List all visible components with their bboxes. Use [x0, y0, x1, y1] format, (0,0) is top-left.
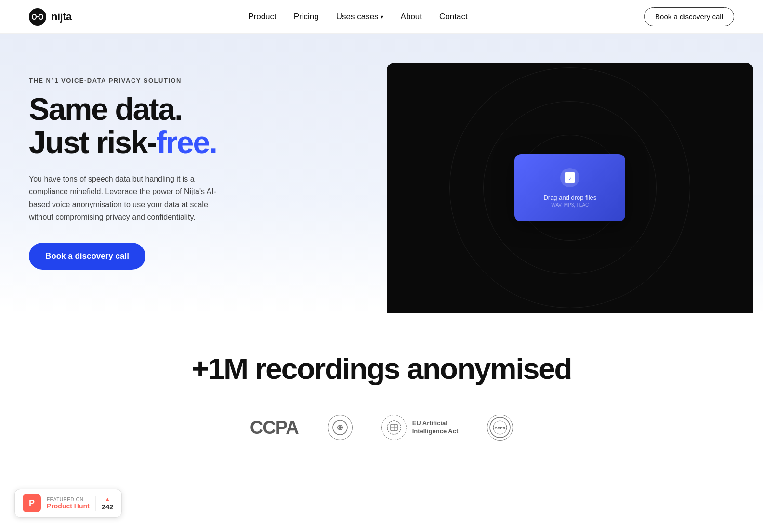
logo-link[interactable]: nijta [29, 8, 72, 26]
hero-headline: Same data. Just risk-free. [29, 93, 368, 159]
eu-ai-svg [387, 420, 401, 435]
nijta-logo-icon [29, 8, 46, 26]
nav-pricing[interactable]: Pricing [294, 12, 319, 21]
hero-headline-line1: Same data. [29, 92, 182, 127]
nav-links: Product Pricing Uses cases ▾ About Conta… [248, 12, 467, 22]
nav-use-cases[interactable]: Uses cases ▾ [336, 12, 383, 22]
eu-ai-text: EU Artificial Intelligence Act [412, 419, 459, 436]
svg-text:GDPR: GDPR [495, 426, 506, 430]
gdpr-badge: GDPR [487, 415, 513, 441]
hero-left: THE N°1 VOICE-DATA PRIVACY SOLUTION Same… [29, 63, 368, 313]
ccpa-text: CCPA [250, 417, 299, 438]
use-cases-chevron-icon: ▾ [381, 13, 383, 20]
nav-about[interactable]: About [401, 12, 422, 21]
hero-headline-highlight: free. [157, 125, 217, 160]
hipaa-icon [328, 415, 353, 440]
hero-cta-button[interactable]: Book a discovery call [29, 243, 145, 270]
eu-ai-logo: EU Artificial Intelligence Act [382, 415, 459, 440]
logo-text: nijta [51, 11, 72, 23]
gdpr-svg: GDPR [489, 417, 511, 438]
eu-ai-line2: Intelligence Act [412, 428, 459, 436]
svg-point-5 [339, 426, 342, 429]
nav-contact[interactable]: Contact [439, 12, 468, 21]
eu-ai-line1: EU Artificial [412, 419, 459, 428]
navbar: nijta Product Pricing Uses cases ▾ About… [0, 0, 763, 34]
ccpa-logo: CCPA [250, 417, 299, 438]
compliance-logos: CCPA EU Arti [29, 415, 734, 441]
gdpr-logo: GDPR [487, 415, 513, 441]
hipaa-logo [328, 415, 353, 440]
stats-headline: +1M recordings anonymised [29, 351, 734, 386]
hero-body: You have tons of speech data but handlin… [29, 173, 222, 224]
upload-card[interactable]: ♪ Drag and drop files WAV, MP3, FLAC [514, 154, 625, 221]
upload-label: Drag and drop files [543, 194, 596, 201]
nav-cta-button[interactable]: Book a discovery call [644, 7, 734, 26]
hero-eyebrow: THE N°1 VOICE-DATA PRIVACY SOLUTION [29, 77, 368, 84]
upload-formats: WAV, MP3, FLAC [543, 202, 596, 208]
eu-ai-icon [382, 415, 407, 440]
upload-icon-circle: ♪ [560, 168, 579, 187]
file-icon: ♪ [565, 172, 575, 183]
hero-demo-panel: ♪ Drag and drop files WAV, MP3, FLAC [387, 63, 753, 313]
hipaa-svg [332, 420, 348, 435]
nav-product[interactable]: Product [248, 12, 276, 21]
hero-section: THE N°1 VOICE-DATA PRIVACY SOLUTION Same… [0, 34, 763, 313]
hero-headline-line2-plain: Just risk- [29, 125, 157, 160]
upload-text: Drag and drop files WAV, MP3, FLAC [543, 194, 596, 208]
stats-section: +1M recordings anonymised CCPA [0, 313, 763, 469]
